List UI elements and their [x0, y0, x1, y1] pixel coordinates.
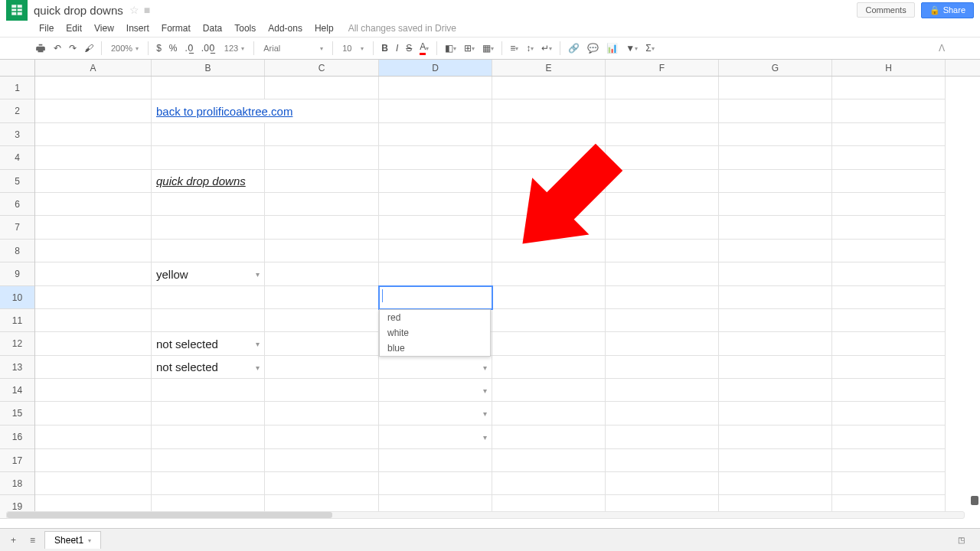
cell-A18[interactable]	[35, 472, 152, 495]
cell-B15[interactable]	[152, 402, 265, 425]
cell-D14[interactable]: ▾	[379, 379, 492, 402]
dropdown-arrow-icon[interactable]: ▾	[483, 433, 487, 442]
cell-A2[interactable]	[35, 99, 152, 123]
link-icon[interactable]: 🔗	[565, 41, 583, 56]
row-header-11[interactable]: 11	[0, 309, 34, 332]
redo-icon[interactable]: ↷	[66, 41, 80, 56]
cell-C13[interactable]	[265, 356, 379, 379]
cell-C7[interactable]	[265, 216, 379, 240]
cell-A5[interactable]	[35, 170, 152, 193]
cell-G12[interactable]	[719, 332, 832, 356]
cell-C11[interactable]	[265, 309, 379, 332]
dropdown-arrow-icon[interactable]: ▾	[256, 340, 260, 348]
chevron-down-icon[interactable]: ▾	[88, 537, 91, 544]
cell-A3[interactable]	[35, 123, 152, 146]
menu-format[interactable]: Format	[156, 21, 196, 35]
cell-C8[interactable]	[265, 240, 379, 262]
row-header-16[interactable]: 16	[0, 425, 34, 449]
cell-B13[interactable]: not selected▾	[152, 356, 265, 379]
cell-C18[interactable]	[265, 472, 379, 495]
folder-icon[interactable]: ■	[144, 4, 150, 16]
cell-B18[interactable]	[152, 472, 265, 495]
column-header-H[interactable]: H	[832, 60, 946, 76]
cell-B10[interactable]	[152, 286, 265, 309]
row-header-6[interactable]: 6	[0, 193, 34, 216]
add-sheet-button[interactable]: +	[6, 533, 21, 548]
dropdown-option-red[interactable]: red	[380, 310, 490, 325]
cell-C12[interactable]	[265, 332, 379, 356]
cell-D8[interactable]	[379, 240, 492, 262]
column-header-A[interactable]: A	[35, 60, 152, 76]
cell-F15[interactable]	[606, 402, 719, 425]
font-select[interactable]: Arial▾	[259, 42, 328, 54]
cell-G4[interactable]	[719, 146, 832, 170]
row-header-17[interactable]: 17	[0, 449, 34, 472]
row-header-4[interactable]: 4	[0, 146, 34, 170]
cell-B12[interactable]: not selected▾	[152, 332, 265, 356]
cell-C14[interactable]	[265, 379, 379, 402]
menu-edit[interactable]: Edit	[60, 21, 87, 35]
cell-G1[interactable]	[719, 77, 832, 99]
cell-D4[interactable]	[379, 146, 492, 170]
dropdown-arrow-icon[interactable]: ▾	[256, 270, 260, 279]
cell-H10[interactable]	[832, 286, 946, 309]
cell-D17[interactable]	[379, 449, 492, 472]
row-header-8[interactable]: 8	[0, 240, 34, 262]
cell-B7[interactable]	[152, 216, 265, 240]
cell-F10[interactable]	[606, 286, 719, 309]
menu-addons[interactable]: Add-ons	[263, 21, 308, 35]
cell-H5[interactable]	[832, 170, 946, 193]
cell-F11[interactable]	[606, 309, 719, 332]
cell-G6[interactable]	[719, 193, 832, 216]
cell-A10[interactable]	[35, 286, 152, 309]
cell-H16[interactable]	[832, 425, 946, 449]
cell-H11[interactable]	[832, 309, 946, 332]
cell-H6[interactable]	[832, 193, 946, 216]
cell-G9[interactable]	[719, 262, 832, 286]
cell-E13[interactable]	[492, 356, 606, 379]
cell-G16[interactable]	[719, 425, 832, 449]
chart-icon[interactable]: 📊	[603, 41, 621, 56]
cell-G10[interactable]	[719, 286, 832, 309]
cell-A12[interactable]	[35, 332, 152, 356]
cell-B17[interactable]	[152, 449, 265, 472]
font-size-select[interactable]: 10▾	[338, 42, 368, 54]
fill-color-icon[interactable]: ◧▾	[442, 41, 459, 56]
explore-button[interactable]: ◳	[953, 534, 974, 546]
cell-H17[interactable]	[832, 449, 946, 472]
menu-help[interactable]: Help	[309, 21, 339, 35]
cell-B1[interactable]	[152, 77, 265, 99]
cell-G2[interactable]	[719, 99, 832, 123]
cell-H15[interactable]	[832, 402, 946, 425]
cell-D15[interactable]: ▾	[379, 402, 492, 425]
cell-C15[interactable]	[265, 402, 379, 425]
italic-icon[interactable]: I	[393, 41, 401, 56]
cell-H3[interactable]	[832, 123, 946, 146]
cell-C10[interactable]	[265, 286, 379, 309]
menu-file[interactable]: File	[34, 21, 59, 35]
column-header-E[interactable]: E	[492, 60, 606, 76]
cell-G3[interactable]	[719, 123, 832, 146]
cell-A14[interactable]	[35, 379, 152, 402]
number-format-select[interactable]: 123▾	[220, 42, 249, 54]
cell-G15[interactable]	[719, 402, 832, 425]
cell-A8[interactable]	[35, 240, 152, 262]
row-header-10[interactable]: 10	[0, 286, 34, 309]
cell-D10[interactable]	[379, 286, 492, 309]
h-align-icon[interactable]: ≡▾	[507, 41, 521, 56]
cell-B14[interactable]	[152, 379, 265, 402]
menu-insert[interactable]: Insert	[121, 21, 155, 35]
row-header-15[interactable]: 15	[0, 402, 34, 425]
row-header-13[interactable]: 13	[0, 356, 34, 379]
dropdown-option-blue[interactable]: blue	[380, 341, 490, 356]
cell-H1[interactable]	[832, 77, 946, 99]
cell-F17[interactable]	[606, 449, 719, 472]
dropdown-arrow-icon[interactable]: ▾	[483, 363, 487, 371]
cell-E2[interactable]	[492, 99, 606, 123]
cell-E1[interactable]	[492, 77, 606, 99]
functions-icon[interactable]: Σ▾	[642, 41, 657, 56]
document-title[interactable]: quick drop downs	[34, 4, 123, 17]
cell-E14[interactable]	[492, 379, 606, 402]
cell-C2[interactable]	[265, 99, 379, 123]
collapse-toolbar-icon[interactable]: ᐱ	[936, 41, 948, 56]
